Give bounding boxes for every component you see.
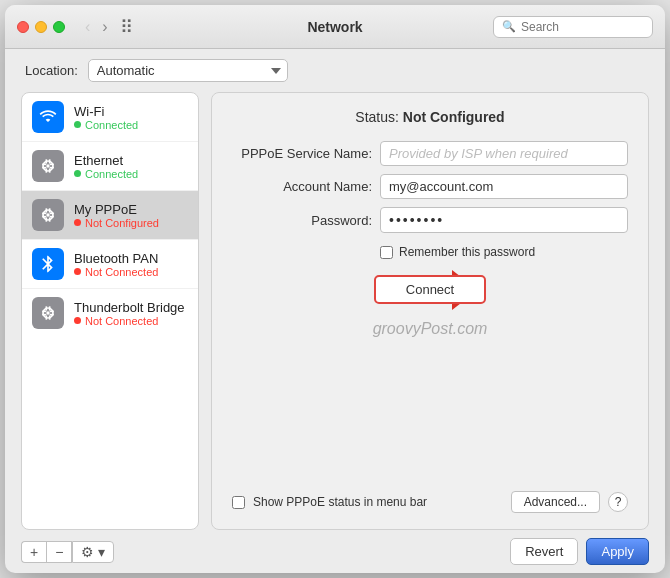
thunderbolt-icon: [32, 297, 64, 329]
footer: + − ⚙ ▾ Revert Apply: [5, 530, 665, 573]
watermark: groovyPost.com: [232, 320, 628, 338]
remember-label: Remember this password: [399, 245, 535, 259]
wifi-status-dot: [74, 121, 81, 128]
svg-rect-14: [42, 213, 46, 215]
help-button[interactable]: ?: [608, 492, 628, 512]
svg-rect-7: [50, 167, 54, 169]
password-label: Password:: [232, 213, 372, 228]
password-input[interactable]: [380, 207, 628, 233]
svg-point-1: [46, 164, 49, 167]
window-title: Network: [307, 19, 362, 35]
ethernet-icon: [32, 150, 64, 182]
search-input[interactable]: [521, 20, 644, 34]
sidebar-item-thunderbolt[interactable]: Thunderbolt Bridge Not Connected: [22, 289, 198, 337]
pppoe-status-text: Not Configured: [85, 217, 159, 229]
service-name-row: PPPoE Service Name:: [232, 141, 628, 166]
thunderbolt-status-dot: [74, 317, 81, 324]
pppoe-item-info: My PPPoE Not Configured: [74, 202, 159, 229]
sidebar-item-wifi[interactable]: Wi-Fi Connected: [22, 93, 198, 142]
ethernet-status-text: Connected: [85, 168, 138, 180]
svg-rect-23: [49, 306, 51, 310]
traffic-lights: [17, 21, 65, 33]
show-status-checkbox[interactable]: [232, 496, 245, 509]
svg-rect-3: [49, 159, 51, 163]
ethernet-item-status: Connected: [74, 168, 138, 180]
sidebar-item-ethernet[interactable]: Ethernet Connected: [22, 142, 198, 191]
remove-network-button[interactable]: −: [46, 541, 72, 563]
status-label: Status:: [355, 109, 399, 125]
svg-rect-4: [42, 164, 46, 166]
titlebar: ‹ › ⠿ Network 🔍: [5, 5, 665, 49]
svg-rect-17: [50, 216, 54, 218]
bluetooth-status-text: Not Connected: [85, 266, 158, 278]
connect-row: Connect: [232, 275, 628, 304]
close-button[interactable]: [17, 21, 29, 33]
footer-right: Revert Apply: [510, 538, 649, 565]
search-bar[interactable]: 🔍: [493, 16, 653, 38]
account-name-row: Account Name:: [232, 174, 628, 199]
svg-rect-13: [49, 208, 51, 212]
bluetooth-item-name: Bluetooth PAN: [74, 251, 158, 266]
chevron-down-icon: ▾: [98, 544, 105, 560]
svg-rect-26: [50, 311, 54, 313]
forward-button[interactable]: ›: [98, 17, 111, 37]
svg-point-21: [46, 311, 49, 314]
service-name-input[interactable]: [380, 141, 628, 166]
back-button[interactable]: ‹: [81, 17, 94, 37]
connect-button[interactable]: Connect: [374, 275, 486, 304]
location-select[interactable]: Automatic: [88, 59, 288, 82]
status-value: Not Configured: [403, 109, 505, 125]
svg-rect-25: [42, 314, 46, 316]
svg-rect-6: [50, 164, 54, 166]
wifi-icon: [32, 101, 64, 133]
add-network-button[interactable]: +: [21, 541, 46, 563]
maximize-button[interactable]: [53, 21, 65, 33]
ethernet-status-dot: [74, 170, 81, 177]
grid-button[interactable]: ⠿: [120, 16, 133, 38]
pppoe-status-dot: [74, 219, 81, 226]
svg-rect-18: [46, 218, 48, 222]
remember-checkbox[interactable]: [380, 246, 393, 259]
location-bar: Location: Automatic: [5, 49, 665, 92]
form-section: PPPoE Service Name: Account Name: Passwo…: [232, 141, 628, 233]
detail-status-row: Status: Not Configured: [232, 109, 628, 125]
thunderbolt-item-status: Not Connected: [74, 315, 185, 327]
ethernet-item-info: Ethernet Connected: [74, 153, 138, 180]
svg-rect-15: [42, 216, 46, 218]
wifi-item-name: Wi-Fi: [74, 104, 138, 119]
main-content: Wi-Fi Connected: [5, 92, 665, 530]
nav-arrows: ‹ ›: [81, 17, 112, 37]
password-row: Password:: [232, 207, 628, 233]
svg-rect-9: [49, 169, 51, 173]
svg-rect-29: [49, 316, 51, 320]
bluetooth-status-dot: [74, 268, 81, 275]
revert-button[interactable]: Revert: [510, 538, 578, 565]
service-name-label: PPPoE Service Name:: [232, 146, 372, 161]
search-icon: 🔍: [502, 20, 516, 33]
apply-button[interactable]: Apply: [586, 538, 649, 565]
show-status-label: Show PPPoE status in menu bar: [253, 495, 503, 509]
network-window: ‹ › ⠿ Network 🔍 Location: Automatic: [5, 5, 665, 573]
pppoe-item-name: My PPPoE: [74, 202, 159, 217]
advanced-button[interactable]: Advanced...: [511, 491, 600, 513]
svg-rect-24: [42, 311, 46, 313]
gear-icon: ⚙: [81, 544, 94, 560]
gear-button[interactable]: ⚙ ▾: [72, 541, 114, 563]
bluetooth-icon: [32, 248, 64, 280]
account-name-label: Account Name:: [232, 179, 372, 194]
svg-rect-16: [50, 213, 54, 215]
svg-rect-28: [46, 316, 48, 320]
svg-rect-27: [50, 314, 54, 316]
thunderbolt-item-name: Thunderbolt Bridge: [74, 300, 185, 315]
wifi-item-info: Wi-Fi Connected: [74, 104, 138, 131]
location-label: Location:: [25, 63, 78, 78]
remember-row: Remember this password: [380, 245, 628, 259]
pppoe-item-status: Not Configured: [74, 217, 159, 229]
account-name-input[interactable]: [380, 174, 628, 199]
svg-rect-12: [46, 208, 48, 212]
thunderbolt-item-info: Thunderbolt Bridge Not Connected: [74, 300, 185, 327]
wifi-item-status: Connected: [74, 119, 138, 131]
minimize-button[interactable]: [35, 21, 47, 33]
sidebar-item-pppoe[interactable]: My PPPoE Not Configured: [22, 191, 198, 240]
sidebar-item-bluetooth[interactable]: Bluetooth PAN Not Connected: [22, 240, 198, 289]
